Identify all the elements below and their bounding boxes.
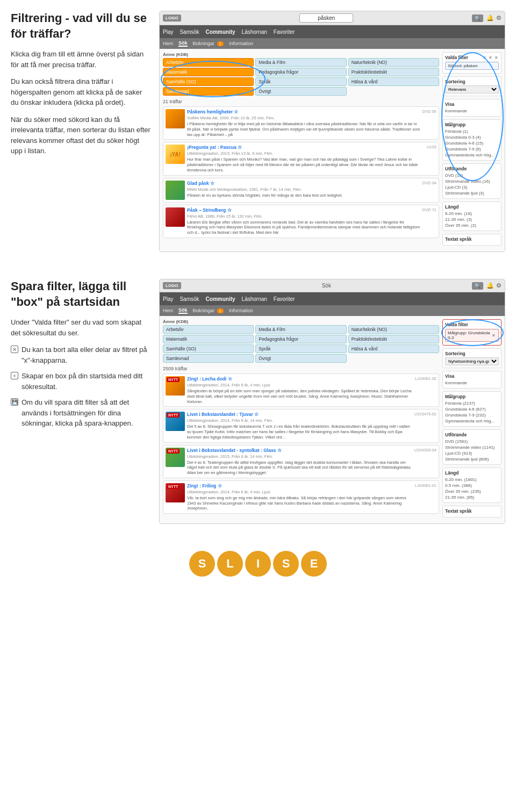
subnav2-hem[interactable]: Hem: [163, 308, 173, 313]
b2-result-id-4: L104061-01: [415, 483, 436, 511]
nav2-community[interactable]: Community: [206, 296, 235, 302]
subnav-bokningar[interactable]: Bokningar 1: [193, 41, 224, 46]
result-title-2[interactable]: ¡Pregunta ya! : Pascua ☆: [187, 145, 425, 150]
b2-filter-langd-0[interactable]: 6-20 min. (1801): [445, 477, 499, 483]
b2-filter-langd-1[interactable]: 0-5 min. (388): [445, 483, 499, 488]
b2-subject-sprak[interactable]: Språk: [255, 344, 346, 353]
b2-subject-samhalle[interactable]: Samhälle (SO): [163, 344, 254, 353]
subnav-information[interactable]: Information: [229, 41, 253, 46]
result-title-4[interactable]: Påsk – Strindberg ☆: [187, 207, 420, 213]
b2-result-title-1[interactable]: Zing! : Lecha dodi ☆: [187, 376, 413, 382]
b2-filter-close-1[interactable]: ✕: [491, 333, 496, 338]
filter-utforande-3[interactable]: Strömmande ljud (3): [445, 190, 499, 196]
browser1-content-wrap: Ämne (KDB) Arbetsliv Matematik Samhälle …: [160, 49, 505, 251]
browser2-logo: LOGO: [163, 282, 181, 289]
result-id-2: U103: [427, 145, 436, 173]
nav-community[interactable]: Community: [206, 29, 235, 35]
filter-close-2[interactable]: ✕: [488, 55, 493, 60]
b2-subject-praktiskt[interactable]: Praktiskt/estetiskt: [348, 335, 439, 343]
b2-subject-matematik[interactable]: Matematik: [163, 335, 254, 343]
bell-icon[interactable]: 🔔: [486, 15, 494, 21]
b2-result-title-4[interactable]: Zing! : Friling ☆: [187, 483, 413, 488]
b2-filter-malgrupp-2[interactable]: Grundskola 7-9 (232): [445, 412, 499, 418]
browser1-search-button[interactable]: 🔍: [472, 15, 483, 22]
nav-samsok[interactable]: Samsök: [180, 29, 199, 35]
subject-natur[interactable]: Natur/teknik (NO): [348, 58, 439, 67]
subject-pedagogiska[interactable]: Pedagogiska frågor: [255, 68, 346, 76]
b2-filter-utforande-2[interactable]: Ljud-CD (913): [445, 450, 499, 456]
b2-subject-arbetsliv[interactable]: Arbetsliv: [163, 325, 254, 334]
result-title-1[interactable]: Påskens hemligheter ☆: [187, 109, 420, 114]
b2-subject-halsa[interactable]: Hälsa & vård: [348, 344, 439, 353]
subject-samlevnad[interactable]: Samlevnad: [163, 87, 254, 96]
b2-filter-langd-2[interactable]: Över 35 min. (235): [445, 488, 499, 494]
nav2-lashornan[interactable]: Läshornan: [242, 296, 267, 302]
nav-favoriter[interactable]: Favoriter: [274, 29, 295, 35]
filter-malgrupp-1[interactable]: Grundskola 0-3 (4): [445, 134, 499, 140]
b2-filter-malgrupp-3[interactable]: Gymnasieskola och hög...: [445, 418, 499, 424]
result-info-2: ¡Pregunta ya! : Pascua ☆ Utbildningsradi…: [187, 145, 425, 173]
filter-utforande-2[interactable]: Ljud-CD (3): [445, 184, 499, 190]
b2-filter-malgrupp-1[interactable]: Grundskola 4-6 (627): [445, 406, 499, 412]
b2-result-item-1: NYTT Zing! : Lecha dodi ☆ Utbildningsrad…: [163, 373, 439, 407]
filter-malgrupp-3[interactable]: Grundskola 7-9 (6): [445, 146, 499, 152]
subject-halsa[interactable]: Hälsa & vård: [348, 77, 439, 86]
nav-lashornan[interactable]: Läshornan: [242, 29, 267, 35]
b2-result-desc-4: Vår, ta bort som sing och ge mig min äls…: [187, 495, 413, 511]
nav2-favoriter[interactable]: Favoriter: [274, 296, 295, 302]
filter-close-3[interactable]: ✕: [494, 55, 499, 60]
filter-utforande-0[interactable]: DVD (18): [445, 173, 499, 178]
filter-utforande-1[interactable]: Strömmande video (16): [445, 178, 499, 184]
b2-filter-valda-title: Valda filter: [445, 322, 499, 327]
subject-media[interactable]: Media & Film: [255, 58, 346, 67]
bell-icon-2[interactable]: 🔔: [486, 282, 494, 289]
filter-malgrupp-4[interactable]: Gymnasieskola och hög...: [445, 152, 499, 158]
slis-letter-s2: S: [273, 551, 299, 577]
filter-langd-0[interactable]: 6-20 min. (18): [445, 211, 499, 217]
b2-subject-natur[interactable]: Natur/teknik (NO): [348, 325, 439, 334]
result-title-3[interactable]: Glad påsk ☆: [187, 181, 420, 186]
b2-subject-samlevnad[interactable]: Samlevnad: [163, 354, 254, 363]
filter-box-sortering: Sortering Relevans: [442, 76, 501, 96]
subjects-col-2: Media & Film Pedagogiska frågor Språk Öv…: [255, 58, 346, 96]
filter-sortering-select[interactable]: Relevans: [445, 85, 499, 94]
subnav-sok[interactable]: Sök: [178, 40, 188, 47]
b2-subject-pedagogiska[interactable]: Pedagogiska frågor: [255, 335, 346, 343]
nav2-play[interactable]: Play: [163, 296, 173, 302]
b2-filter-utforande-3[interactable]: Strömmande ljud (806): [445, 456, 499, 462]
b2-subject-ovrigt[interactable]: Övrigt: [255, 354, 346, 363]
b2-filter-visa-value[interactable]: Kommande: [445, 380, 499, 386]
subject-samhalle[interactable]: Samhälle (SO): [163, 77, 254, 86]
browser1-search-input[interactable]: [299, 13, 353, 23]
browser2-search-button[interactable]: 🔍: [472, 282, 483, 290]
filter-close-1[interactable]: ✕: [482, 55, 487, 60]
subject-arbetsliv[interactable]: Arbetsliv: [163, 58, 254, 67]
b2-filter-sortering-select[interactable]: Nyhetsordning nya-gamla: [445, 357, 499, 365]
subnav-hem[interactable]: Hem: [163, 41, 173, 46]
filter-visa-value[interactable]: Kommande: [445, 108, 499, 114]
subnav2-information[interactable]: Information: [229, 308, 253, 313]
filter-langd-2[interactable]: Över 35 min. (2): [445, 222, 499, 228]
filter-malgrupp-2[interactable]: Grundskola 4-6 (15): [445, 140, 499, 146]
b2-result-title-2[interactable]: Livet i Bokstavslandet : Tjuvar ☆: [187, 412, 412, 417]
browser2-content: Ämne (KDB) Arbetsliv Matematik Samhälle …: [160, 316, 505, 523]
b2-filter-langd-3[interactable]: 21-35 min. (85): [445, 494, 499, 500]
nav2-samsok[interactable]: Samsök: [180, 296, 199, 302]
subject-praktiskt[interactable]: Praktiskt/estetiskt: [348, 68, 439, 76]
filter-malgrupp-0[interactable]: Förskola (1): [445, 128, 499, 134]
gear-icon[interactable]: ⚙: [496, 15, 501, 21]
subnav2-bokningar[interactable]: Bokningar 1: [193, 308, 224, 313]
bottom-left-panel: Spara filter, lägga till "box" på starts…: [11, 279, 150, 524]
nav-play[interactable]: Play: [163, 29, 173, 35]
filter-langd-1[interactable]: 21-35 min. (3): [445, 217, 499, 222]
b2-subject-media[interactable]: Media & Film: [255, 325, 346, 334]
subject-matematik[interactable]: Matematik: [163, 68, 254, 76]
gear-icon-2[interactable]: ⚙: [496, 282, 501, 289]
b2-result-title-3[interactable]: Livet i Bokstavslandet - syntolkat : Gla…: [187, 448, 412, 453]
b2-filter-utforande-0[interactable]: DVD (1581): [445, 439, 499, 444]
b2-filter-utforande-1[interactable]: Strömmande video (1141): [445, 444, 499, 450]
subject-sprak[interactable]: Språk: [255, 77, 346, 86]
subnav2-sok[interactable]: Sök: [178, 307, 188, 314]
b2-filter-malgrupp-0[interactable]: Förskola (2137): [445, 400, 499, 406]
subject-ovrigt[interactable]: Övrigt: [255, 87, 346, 96]
